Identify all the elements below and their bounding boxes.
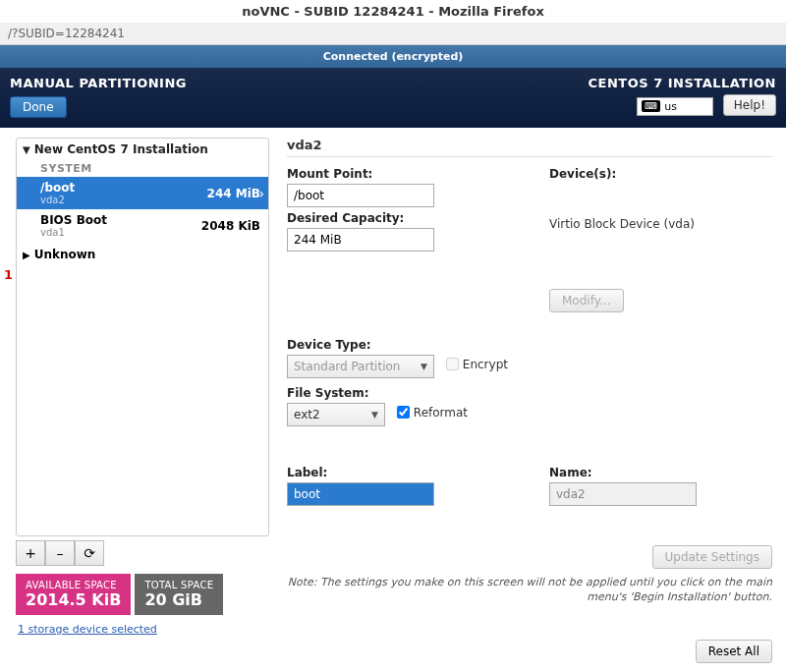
help-button[interactable]: Help!	[723, 94, 776, 116]
total-space-value: 20 GiB	[144, 590, 213, 609]
device-type-value: Standard Partition	[294, 360, 400, 373]
url-bar[interactable]: /?SUBID=12284241	[0, 23, 786, 45]
device-description: Virtio Block Device (vda)	[549, 217, 695, 231]
add-partition-button[interactable]: +	[16, 540, 45, 566]
capacity-label: Desired Capacity:	[287, 211, 510, 225]
details-title: vda2	[287, 138, 772, 157]
available-space-box: AVAILABLE SPACE 2014.5 KiB	[16, 574, 131, 615]
partition-size: 2048 KiB	[201, 219, 260, 233]
capacity-input[interactable]	[287, 228, 434, 252]
chevron-right-icon: ›	[258, 186, 264, 201]
encrypt-checkbox[interactable]: Encrypt	[446, 358, 508, 371]
update-settings-button[interactable]: Update Settings	[652, 545, 773, 569]
remove-partition-button[interactable]: –	[45, 540, 75, 566]
chevron-down-icon: ▼	[421, 362, 427, 371]
partition-name: /boot	[40, 181, 75, 195]
label-label: Label:	[287, 466, 510, 479]
name-input	[549, 482, 697, 506]
filesystem-select[interactable]: ext2 ▼	[287, 403, 385, 426]
install-title: CENTOS 7 INSTALLATION	[589, 76, 776, 90]
partition-name: BIOS Boot	[40, 213, 107, 227]
tree-install-label: New CentOS 7 Installation	[34, 142, 208, 156]
available-space-value: 2014.5 KiB	[26, 590, 121, 609]
partition-size: 244 MiB	[207, 187, 260, 200]
device-type-select[interactable]: Standard Partition ▼	[287, 355, 434, 378]
reformat-checkbox[interactable]: Reformat	[397, 406, 468, 420]
settings-note: Note: The settings you make on this scre…	[287, 575, 772, 605]
devices-label: Device(s):	[549, 167, 772, 181]
vnc-status: Connected (encrypted)	[0, 45, 786, 68]
filesystem-label: File System:	[287, 386, 772, 400]
storage-devices-link[interactable]: 1 storage device selected	[18, 623, 157, 636]
tree-unknown[interactable]: ▶ Unknown	[17, 242, 268, 267]
tree-section-system: SYSTEM	[17, 160, 268, 177]
chevron-down-icon: ▼	[23, 144, 30, 155]
mountpoint-label: Mount Point:	[287, 167, 510, 181]
keyboard-layout-label: us	[664, 100, 677, 113]
label-input[interactable]	[287, 482, 434, 506]
reload-button[interactable]: ⟳	[75, 540, 104, 566]
chevron-right-icon: ▶	[23, 250, 30, 260]
keyboard-layout-selector[interactable]: ⌨ us	[637, 97, 713, 116]
tree-unknown-label: Unknown	[34, 248, 96, 261]
filesystem-value: ext2	[294, 408, 320, 421]
tree-new-install[interactable]: ▼ New CentOS 7 Installation	[17, 139, 268, 160]
name-label: Name:	[549, 466, 772, 479]
reformat-checkbox-input[interactable]	[397, 406, 410, 419]
partition-row-biosboot[interactable]: BIOS Boot vda1 2048 KiB	[17, 209, 268, 242]
partition-details-panel: vda2 Mount Point: Device(s): Desired Cap…	[269, 128, 786, 636]
total-space-box: TOTAL SPACE 20 GiB	[135, 574, 223, 615]
encrypt-checkbox-input[interactable]	[446, 358, 459, 370]
modify-button[interactable]: Modify...	[549, 289, 624, 312]
partition-row-boot[interactable]: /boot vda2 244 MiB ›	[17, 177, 268, 209]
mountpoint-input[interactable]	[287, 184, 434, 207]
chevron-down-icon: ▼	[371, 410, 378, 420]
available-space-label: AVAILABLE SPACE	[26, 580, 121, 590]
partition-device: vda2	[40, 195, 75, 205]
reset-all-button[interactable]: Reset All	[696, 640, 772, 663]
installer-header: MANUAL PARTITIONING Done CENTOS 7 INSTAL…	[0, 68, 786, 128]
partition-device: vda1	[40, 227, 107, 238]
browser-window-title: noVNC - SUBID 12284241 - Mozilla Firefox	[0, 0, 786, 23]
reformat-label: Reformat	[414, 406, 468, 420]
page-title: MANUAL PARTITIONING	[10, 76, 187, 90]
total-space-label: TOTAL SPACE	[144, 580, 213, 590]
device-type-label: Device Type:	[287, 338, 772, 352]
keyboard-icon: ⌨	[642, 100, 660, 112]
encrypt-label: Encrypt	[463, 358, 508, 371]
done-button[interactable]: Done	[10, 96, 67, 118]
partition-tree-panel: ▼ New CentOS 7 Installation SYSTEM /boot…	[8, 128, 269, 636]
